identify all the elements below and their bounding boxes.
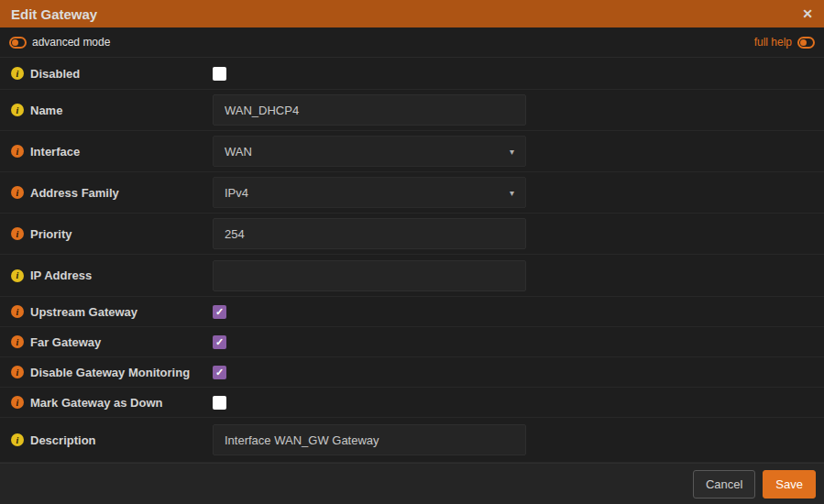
- chevron-down-icon: ▾: [510, 147, 514, 157]
- check-icon: ✓: [215, 367, 224, 378]
- dialog-header: Edit Gateway ✕: [0, 0, 824, 27]
- advanced-mode-label: advanced mode: [32, 36, 110, 49]
- row-description: i Description: [0, 418, 824, 463]
- help-bar: advanced mode full help: [0, 27, 824, 58]
- edit-gateway-dialog: Edit Gateway ✕ advanced mode full help i…: [0, 0, 824, 504]
- toggle-icon[interactable]: [797, 37, 815, 49]
- row-interface: i Interface WAN ▾: [0, 131, 824, 172]
- gateway-form: i Disabled ✓ i Name i Interface: [0, 58, 824, 463]
- row-ip-address: i IP Address: [0, 255, 824, 297]
- info-icon[interactable]: i: [11, 227, 24, 240]
- check-icon: ✓: [215, 307, 224, 317]
- upstream-gateway-checkbox[interactable]: ✓: [213, 305, 226, 319]
- priority-input[interactable]: [213, 218, 526, 249]
- mark-gateway-as-down-checkbox[interactable]: ✓: [213, 396, 226, 410]
- field-label: Disable Gateway Monitoring: [30, 366, 190, 379]
- disable-gateway-monitoring-checkbox[interactable]: ✓: [213, 366, 226, 379]
- field-label: Upstream Gateway: [30, 305, 137, 319]
- field-label: Name: [30, 104, 62, 117]
- info-icon[interactable]: i: [11, 269, 24, 282]
- field-label: Interface: [30, 145, 80, 159]
- row-mark-gateway-as-down: i Mark Gateway as Down ✓: [0, 388, 824, 418]
- advanced-mode-toggle[interactable]: advanced mode: [9, 36, 110, 49]
- info-icon[interactable]: i: [11, 145, 24, 158]
- check-icon: ✓: [215, 337, 224, 347]
- row-address-family: i Address Family IPv4 ▾: [0, 172, 824, 214]
- field-label: Mark Gateway as Down: [30, 396, 163, 410]
- info-icon[interactable]: i: [11, 433, 24, 446]
- ip-address-input[interactable]: [213, 260, 526, 291]
- save-button[interactable]: Save: [763, 470, 816, 499]
- toggle-icon[interactable]: [9, 37, 27, 49]
- selected-value: IPv4: [225, 186, 248, 200]
- field-label: Address Family: [30, 186, 119, 200]
- chevron-down-icon: ▾: [510, 188, 514, 198]
- info-icon[interactable]: i: [11, 67, 24, 80]
- address-family-select[interactable]: IPv4 ▾: [213, 177, 526, 208]
- full-help-toggle[interactable]: full help: [754, 36, 815, 49]
- name-input[interactable]: [213, 94, 526, 126]
- row-upstream-gateway: i Upstream Gateway ✓: [0, 297, 824, 327]
- row-disabled: i Disabled ✓: [0, 58, 824, 90]
- row-priority: i Priority: [0, 214, 824, 255]
- far-gateway-checkbox[interactable]: ✓: [213, 335, 226, 349]
- info-icon[interactable]: i: [11, 366, 24, 378]
- close-icon[interactable]: ✕: [802, 7, 813, 20]
- field-label: Priority: [30, 227, 72, 241]
- row-disable-gateway-monitoring: i Disable Gateway Monitoring ✓: [0, 357, 824, 388]
- disabled-checkbox[interactable]: ✓: [213, 67, 226, 81]
- field-label: IP Address: [30, 268, 92, 282]
- info-icon[interactable]: i: [11, 335, 24, 348]
- description-input[interactable]: [213, 424, 526, 455]
- interface-select[interactable]: WAN ▾: [213, 136, 526, 167]
- cancel-button[interactable]: Cancel: [693, 470, 755, 499]
- info-icon[interactable]: i: [11, 396, 24, 409]
- full-help-label: full help: [754, 36, 792, 49]
- dialog-title: Edit Gateway: [11, 6, 97, 22]
- dialog-footer: Cancel Save: [0, 463, 824, 504]
- field-label: Description: [30, 433, 96, 447]
- field-label: Disabled: [30, 67, 80, 81]
- row-far-gateway: i Far Gateway ✓: [0, 327, 824, 357]
- info-icon[interactable]: i: [11, 305, 24, 318]
- info-icon[interactable]: i: [11, 104, 24, 116]
- field-label: Far Gateway: [30, 335, 101, 349]
- selected-value: WAN: [225, 145, 252, 159]
- row-name: i Name: [0, 90, 824, 131]
- info-icon[interactable]: i: [11, 186, 24, 199]
